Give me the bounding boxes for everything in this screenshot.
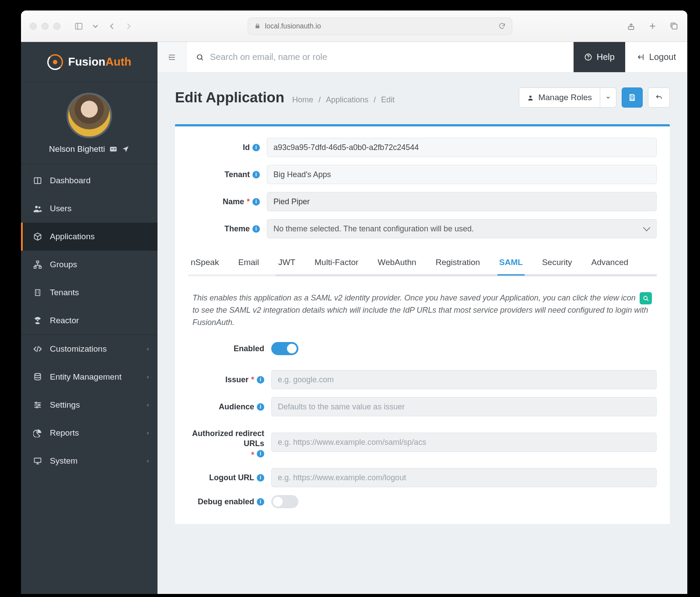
tabs-icon[interactable]: [669, 21, 679, 31]
audience-input[interactable]: [278, 402, 650, 412]
manage-roles-dropdown[interactable]: [600, 87, 616, 108]
info-icon[interactable]: i: [252, 144, 260, 151]
brand[interactable]: FusionAuth: [21, 42, 158, 82]
logout-label: Logout: [649, 52, 676, 62]
help-button[interactable]: Help: [574, 42, 625, 72]
svg-rect-8: [114, 148, 116, 149]
name-input[interactable]: [273, 197, 650, 206]
traffic-lights: [30, 23, 60, 30]
breadcrumb: Home/ Applications/ Edit: [292, 95, 395, 105]
svg-point-12: [35, 206, 38, 208]
sidebar-item-applications[interactable]: Applications: [21, 223, 158, 251]
audience-field[interactable]: [271, 397, 657, 416]
sidebar-item-customizations[interactable]: Customizations‹: [21, 335, 158, 363]
svg-point-46: [644, 297, 647, 300]
svg-rect-15: [34, 266, 36, 268]
svg-rect-45: [631, 98, 634, 100]
logout-url-label: Logout URL: [209, 473, 254, 482]
topbar: Help Logout: [158, 42, 687, 73]
svg-rect-44: [631, 94, 634, 96]
window-close[interactable]: [30, 23, 37, 30]
info-icon[interactable]: i: [257, 450, 264, 457]
manage-roles-button[interactable]: Manage Roles: [519, 87, 600, 108]
id-field: a93c9a95-7dfd-46d5-a0b0-a2fb72c24544: [267, 138, 657, 157]
address-bar[interactable]: local.fusionauth.io: [248, 17, 512, 35]
logout-url-field[interactable]: [271, 468, 657, 487]
sidebar-item-users[interactable]: Users: [21, 195, 158, 223]
issuer-input[interactable]: [278, 375, 650, 384]
sidebar-item-label: Reactor: [50, 316, 79, 325]
id-value: a93c9a95-7dfd-46d5-a0b0-a2fb72c24544: [273, 143, 419, 152]
logout-url-input[interactable]: [278, 473, 650, 482]
redirect-urls-input[interactable]: [278, 438, 650, 447]
new-tab-icon[interactable]: [648, 21, 657, 31]
theme-value: No theme selected. The tenant configurat…: [273, 224, 474, 234]
chevron-down-icon[interactable]: [91, 22, 100, 31]
info-icon[interactable]: i: [257, 474, 264, 482]
building-icon: [32, 288, 43, 297]
redirect-urls-field[interactable]: [271, 433, 657, 452]
reload-icon[interactable]: [498, 22, 506, 30]
sidebar-item-entity-management[interactable]: Entity Management‹: [21, 363, 158, 391]
info-icon[interactable]: i: [252, 225, 260, 233]
sidebar: FusionAuth Nelson Bighetti Dashboard Use…: [21, 42, 158, 594]
crumb-applications[interactable]: Applications: [326, 95, 368, 105]
redirect-label: Authorized redirect URLs: [188, 429, 264, 449]
code-icon: [32, 345, 43, 353]
brand-name-a: Fusion: [68, 55, 105, 68]
debug-toggle[interactable]: [271, 495, 298, 508]
desc-text-b: to see the SAML v2 integration details w…: [192, 306, 648, 327]
tab-jwt[interactable]: JWT: [276, 251, 297, 274]
info-icon[interactable]: i: [252, 171, 260, 178]
sliders-icon: [32, 401, 43, 409]
tab-multi-factor[interactable]: Multi-Factor: [313, 251, 360, 274]
enabled-label: Enabled: [234, 344, 264, 353]
logout-button[interactable]: Logout: [625, 42, 687, 72]
crumb-home[interactable]: Home: [292, 95, 313, 105]
chevron-left-icon: ‹: [147, 430, 149, 436]
issuer-field[interactable]: [271, 370, 657, 389]
name-field[interactable]: [267, 192, 657, 211]
info-icon[interactable]: i: [252, 198, 260, 206]
forward-icon[interactable]: [124, 22, 133, 31]
sidebar-item-system[interactable]: System‹: [21, 447, 158, 475]
sidebar-item-reports[interactable]: Reports‹: [21, 419, 158, 447]
sidebar-item-tenants[interactable]: Tenants: [21, 279, 158, 307]
info-icon[interactable]: i: [257, 498, 264, 506]
users-icon: [32, 204, 43, 213]
sidebar-item-dashboard[interactable]: Dashboard: [21, 167, 158, 195]
sidebar-item-label: Reports: [50, 428, 79, 438]
sidebar-item-reactor[interactable]: Reactor: [21, 307, 158, 335]
name-label: Name: [223, 197, 244, 206]
enabled-toggle[interactable]: [271, 342, 298, 355]
search-input[interactable]: [210, 52, 564, 62]
tab-registration[interactable]: Registration: [434, 251, 482, 274]
avatar[interactable]: [66, 93, 112, 138]
window-zoom[interactable]: [53, 23, 60, 30]
location-icon[interactable]: [122, 145, 130, 153]
collapse-sidebar-button[interactable]: [158, 42, 186, 72]
sidebar-toggle-icon[interactable]: [74, 22, 83, 31]
share-icon[interactable]: [626, 21, 636, 31]
tab-advanced[interactable]: Advanced: [590, 251, 630, 274]
back-button[interactable]: [648, 87, 670, 108]
svg-point-30: [35, 402, 37, 403]
tab-nspeak[interactable]: nSpeak: [189, 251, 220, 274]
info-icon[interactable]: i: [257, 376, 264, 384]
save-button[interactable]: [622, 87, 643, 108]
theme-select[interactable]: No theme selected. The tenant configurat…: [267, 219, 657, 238]
tab-email[interactable]: Email: [236, 251, 261, 274]
info-icon[interactable]: i: [257, 403, 264, 411]
id-card-icon[interactable]: [109, 145, 117, 153]
sidebar-item-label: Customizations: [50, 344, 107, 354]
sidebar-item-label: Applications: [50, 232, 94, 241]
page-title: Edit Application: [175, 89, 284, 106]
sidebar-item-settings[interactable]: Settings‹: [21, 391, 158, 419]
window-minimize[interactable]: [42, 23, 49, 30]
debug-label: Debug enabled: [198, 497, 254, 506]
back-icon[interactable]: [108, 22, 116, 31]
tab-security[interactable]: Security: [540, 251, 574, 274]
tab-saml[interactable]: SAML: [497, 251, 525, 274]
tab-webauthn[interactable]: WebAuthn: [376, 251, 418, 274]
sidebar-item-groups[interactable]: Groups: [21, 251, 158, 279]
